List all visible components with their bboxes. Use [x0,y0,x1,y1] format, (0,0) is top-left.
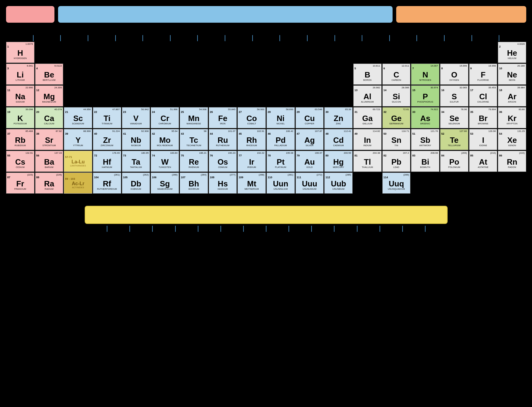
empty-cell-5-1 [122,42,150,63]
element-Uub[interactable]: 112(285)UubUNUNBIUM [324,172,353,194]
element-Db[interactable]: 105(262)DbDUBNIUM [122,172,150,194]
element-Ca[interactable]: 2040.078CaCALCIUM [35,107,64,128]
element-B[interactable]: 510.811BBORON [353,64,382,85]
element-At[interactable]: 85(210)AtASTATINE [469,151,498,172]
element-He[interactable]: 24.0026HeHELIUM [498,42,526,63]
element-symbol: Ar [508,93,517,100]
element-name: MAGNESIUM [42,101,56,103]
element-Kr[interactable]: 3683.80KrKRYPTON [498,107,526,128]
element-Rh[interactable]: 45102.91RhRHODIUM [237,129,266,150]
element-Zr[interactable]: 4091.224ZrZIRCONIUM [93,129,121,150]
atomic-weight: 121.76 [431,130,438,133]
element-Cd[interactable]: 48112.41CdCADMIUM [324,129,353,150]
element-Ra[interactable]: 88(226)RaRADIUM [35,172,64,194]
element-O[interactable]: 815.999OOXYGEN [440,64,468,85]
element-Ne[interactable]: 1020.180NeNEON [498,64,526,85]
element-Ag[interactable]: 47107.87AgSILVER [295,129,324,150]
element-Ge[interactable]: 3272.61GeGERMANIUM [382,107,411,128]
element-Pd[interactable]: 46106.42PdPALLADIUM [266,129,295,150]
element-Co[interactable]: 2758.933CoCOBALT [237,107,266,128]
element-N[interactable]: 714.007NNITROGEN [411,64,439,85]
element-Cl[interactable]: 1735.453ClCHLORINE [469,85,498,107]
element-Ac-Lr[interactable]: 89 - 103Ac-LrACTINIDES [64,172,92,194]
empty-cell-10-2 [266,64,295,85]
element-name: LANTHANIDES [70,165,86,167]
element-Rb[interactable]: 3785.468RbRUBIDIUM [6,129,34,150]
element-Hs[interactable]: 108(277)HsHASSIUM [209,172,237,194]
element-Pb[interactable]: 82207.2PbLEAD [382,151,411,172]
element-Mn[interactable]: 2554.938MnMANGANESE [180,107,208,128]
empty-cell-15-7 [411,172,439,194]
element-name: CHROMIUM [158,123,171,125]
element-Uun[interactable]: 110(281)UunUNUNNILIUM [266,172,295,194]
element-Mo[interactable]: 4295.94MoMOLYBDENUM [151,129,179,150]
element-La-Lu[interactable]: 57-71La-LuLANTHANIDES [64,151,92,172]
element-Sc[interactable]: 2144.956ScSCANDIUM [64,107,92,128]
element-Uuq[interactable]: 114(289)UuqUNUNQUADIUM [382,172,411,194]
empty-cell-9-1 [237,42,266,63]
element-F[interactable]: 918.998FFLUORINE [469,64,498,85]
element-As[interactable]: 3374.922AsARSENIC [411,107,439,128]
element-Ga[interactable]: 3169.723GaGALLIUM [353,107,382,128]
element-Al[interactable]: 1326.982AlALUMINIUM [353,85,382,107]
element-Bh[interactable]: 107(264)BhBOHRIUM [180,172,208,194]
element-V[interactable]: 2350.942VVANADIUM [122,107,150,128]
element-Re[interactable]: 75186.21ReRHENIUM [180,151,208,172]
element-Li[interactable]: 36.941LiLITHIUM [6,64,34,85]
element-C[interactable]: 612.011CCARBON [382,64,411,85]
atomic-weight: 69.723 [373,108,380,111]
atomic-number: 75 [181,154,184,157]
element-Sn[interactable]: 50118.71SnTIN [382,129,411,150]
element-Mg[interactable]: 1224.305MgMAGNESIUM [35,85,64,107]
element-Tl[interactable]: 81204.38TlTHALLIUM [353,151,382,172]
element-Ru[interactable]: 44101.07RuRUTHENIUM [209,129,237,150]
element-Te[interactable]: 52127.60TeTELLURIUM [440,129,468,150]
element-Fe[interactable]: 2655.845FeIRON [209,107,237,128]
atomic-weight: 204.38 [373,152,380,155]
element-Po[interactable]: 84(209)PoPOLONIUM [440,151,468,172]
element-Bi[interactable]: 83208.98BiBISMUTH [411,151,439,172]
element-Xe[interactable]: 54131.29XeXENON [498,129,526,150]
atomic-number: 79 [297,154,300,157]
element-Nb[interactable]: 4192.906NbNIOBIUM [122,129,150,150]
element-Hg[interactable]: 80200.59HgMERCURY [324,151,353,172]
element-Y[interactable]: 3988.906YYTTRIUM [64,129,92,150]
element-Au[interactable]: 79196.97AuGOLD [295,151,324,172]
element-K[interactable]: 1939.098KPOTASSIUM [6,107,34,128]
element-I[interactable]: 53126.90IIODINE [469,129,498,150]
element-H[interactable]: 11.0079HHYDROGEN [6,42,34,63]
element-Sb[interactable]: 51121.76SbANTIMONY [411,129,439,150]
element-Ta[interactable]: 73180.95TaTANTALUM [122,151,150,172]
element-Cs[interactable]: 55132.91CsCESIUM [6,151,34,172]
element-Pt[interactable]: 78195.08PtPLATINUM [266,151,295,172]
element-Mt[interactable]: 109(268)MtMEITNERIUM [237,172,266,194]
element-Sr[interactable]: 3887.62SrSTRONTIUM [35,129,64,150]
empty-cell-8-1 [209,42,237,63]
element-Si[interactable]: 1428.086SiSILICON [382,85,411,107]
element-symbol: S [452,93,457,100]
element-Ti[interactable]: 2247.867TiTITANIUM [93,107,121,128]
element-Br[interactable]: 3579.904BrBROMINE [469,107,498,128]
element-Zn[interactable]: 3065.39ZnZINC [324,107,353,128]
element-Ar[interactable]: 1839.984ArARGON [498,85,526,107]
element-Ir[interactable]: 77192.22IrIRIDIUM [237,151,266,172]
element-Ni[interactable]: 2858.693NiNICKEL [266,107,295,128]
element-Hf[interactable]: 72178.49HfHAFNIUM [93,151,121,172]
element-Be[interactable]: 49.0122BeBERYLLIUM [35,64,64,85]
element-P[interactable]: 1530.974PPHOSPHORUS [411,85,439,107]
element-S[interactable]: 1632.065SSULFUR [440,85,468,107]
element-Os[interactable]: 76190.23OsOSMIUM [209,151,237,172]
element-Rn[interactable]: 86(222)RnRADON [498,151,526,172]
element-Uuu[interactable]: 111(272)UuuUNUNUNIUM [295,172,324,194]
element-Na[interactable]: 1122.990NaSODIUM [6,85,34,107]
element-Tc[interactable]: 4398TcTECHNETIUM [180,129,208,150]
element-In[interactable]: 49114.82InINDIUM [353,129,382,150]
element-Rf[interactable]: 104(261)RfRUTHERFORDIUM [93,172,121,194]
element-Sg[interactable]: 106(266)SgSEABORGIUM [151,172,179,194]
element-Cr[interactable]: 2451.996CrCHROMIUM [151,107,179,128]
element-Ba[interactable]: 56137.33BaBARIUM [35,151,64,172]
element-W[interactable]: 74183.84WTUNGSTEN [151,151,179,172]
element-Cu[interactable]: 2963.546CuCOPPER [295,107,324,128]
element-Fr[interactable]: 87(223)FrFRANCIUM [6,172,34,194]
element-Se[interactable]: 3478.96SeSELENIUM [440,107,468,128]
